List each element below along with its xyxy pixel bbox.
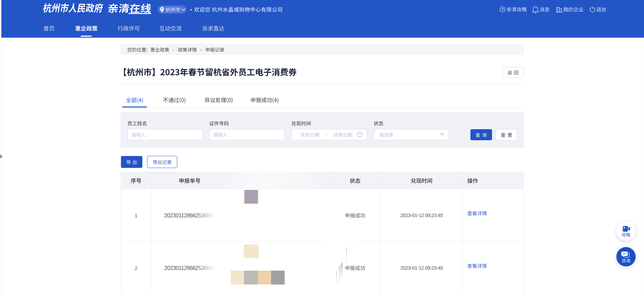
svg-text:1: 1 xyxy=(135,213,137,218)
svg-text:?: ? xyxy=(501,7,504,12)
svg-text:2: 2 xyxy=(135,265,137,271)
svg-text:~: ~ xyxy=(325,132,327,137)
svg-text:2023-01-12 09:23:45: 2023-01-12 09:23:45 xyxy=(400,213,443,218)
svg-text:2023-01-12 09:23:45: 2023-01-12 09:23:45 xyxy=(400,265,443,271)
